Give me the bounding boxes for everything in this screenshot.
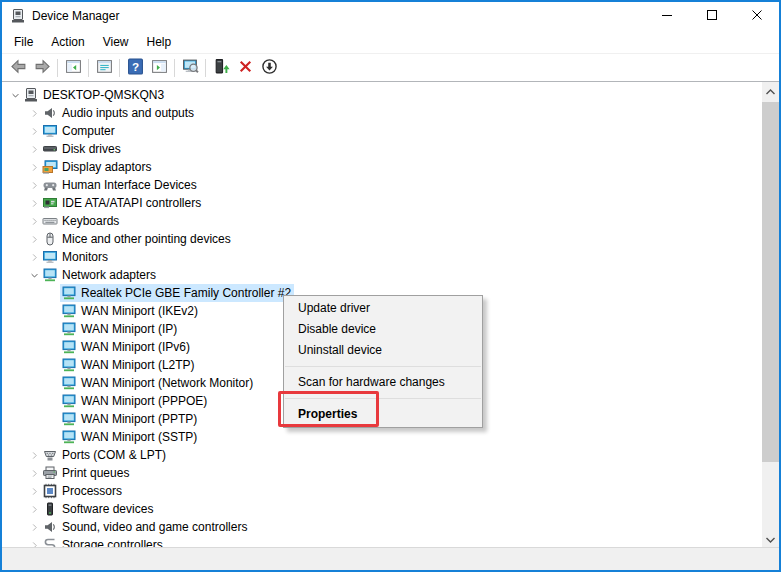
chevron-right-icon[interactable]: [27, 538, 41, 547]
chevron-right-icon[interactable]: [27, 106, 41, 120]
scrollbar-thumb[interactable]: [762, 102, 779, 462]
tree-item[interactable]: WAN Miniport (IP): [60, 320, 180, 338]
tree-item[interactable]: WAN Miniport (IPv6): [60, 338, 193, 356]
tree-row[interactable]: Sound, video and game controllers: [2, 518, 762, 536]
context-menu-item-scan-for-hardware-changes[interactable]: Scan for hardware changes: [284, 372, 482, 393]
serial-port-icon: [42, 447, 58, 463]
tree-item[interactable]: Software devices: [41, 500, 156, 518]
menu-file[interactable]: File: [5, 32, 42, 52]
tree-item[interactable]: Print queues: [41, 464, 132, 482]
scan-hardware-button[interactable]: [178, 56, 202, 80]
tree-item[interactable]: WAN Miniport (PPTP): [60, 410, 200, 428]
tree-item[interactable]: Human Interface Devices: [41, 176, 200, 194]
tree-item[interactable]: Audio inputs and outputs: [41, 104, 197, 122]
tree-item[interactable]: Disk drives: [41, 140, 124, 158]
forward-button[interactable]: [30, 56, 54, 80]
tree-row[interactable]: Storage controllers: [2, 536, 762, 547]
chevron-down-icon[interactable]: [27, 268, 41, 282]
scroll-up-button[interactable]: [762, 82, 779, 99]
chevron-right-icon[interactable]: [27, 160, 41, 174]
toolbar-separator: [119, 59, 120, 77]
menu-help[interactable]: Help: [138, 32, 181, 52]
tree-item[interactable]: WAN Miniport (Network Monitor): [60, 374, 256, 392]
tree-item[interactable]: Keyboards: [41, 212, 122, 230]
tree-row[interactable]: Monitors: [2, 248, 762, 266]
uninstall-device-button[interactable]: [233, 56, 257, 80]
back-button[interactable]: [6, 56, 30, 80]
tree-item-label: IDE ATA/ATAPI controllers: [62, 196, 201, 210]
tree-row[interactable]: WAN Miniport (SSTP): [2, 428, 762, 446]
chevron-right-icon[interactable]: [27, 196, 41, 210]
tree-row[interactable]: Ports (COM & LPT): [2, 446, 762, 464]
tree-item[interactable]: DESKTOP-QMSKQN3: [22, 86, 167, 104]
tree-item[interactable]: WAN Miniport (SSTP): [60, 428, 200, 446]
tree-row[interactable]: Disk drives: [2, 140, 762, 158]
close-icon: [752, 9, 762, 23]
tree-item[interactable]: Computer: [41, 122, 118, 140]
window-controls: [644, 2, 779, 30]
toolbar-separator: [57, 59, 58, 77]
properties-window-button[interactable]: [92, 56, 116, 80]
help-icon: ?: [127, 58, 144, 78]
keyboard-icon: [42, 213, 58, 229]
mouse-icon: [42, 231, 58, 247]
context-menu-item-properties[interactable]: Properties: [284, 404, 482, 425]
tree-item[interactable]: Processors: [41, 482, 125, 500]
vertical-scrollbar[interactable]: [762, 82, 779, 547]
tree-item[interactable]: WAN Miniport (PPPOE): [60, 392, 210, 410]
menu-view[interactable]: View: [94, 32, 138, 52]
tree-item[interactable]: Ports (COM & LPT): [41, 446, 169, 464]
network-adapter-icon: [61, 321, 77, 337]
tree-row[interactable]: Computer: [2, 122, 762, 140]
chevron-right-icon[interactable]: [27, 520, 41, 534]
context-menu-item-disable-device[interactable]: Disable device: [284, 319, 482, 340]
chevron-right-icon[interactable]: [27, 448, 41, 462]
tree-row[interactable]: Human Interface Devices: [2, 176, 762, 194]
chevron-down-icon[interactable]: [8, 88, 22, 102]
tree-row[interactable]: Mice and other pointing devices: [2, 230, 762, 248]
tree-row[interactable]: Software devices: [2, 500, 762, 518]
chevron-right-icon[interactable]: [27, 484, 41, 498]
tree-item[interactable]: IDE ATA/ATAPI controllers: [41, 194, 204, 212]
menu-action[interactable]: Action: [42, 32, 93, 52]
tree-row[interactable]: Network adapters: [2, 266, 762, 284]
chevron-right-icon[interactable]: [27, 214, 41, 228]
chevron-right-icon[interactable]: [27, 124, 41, 138]
chevron-up-icon: [766, 84, 775, 98]
help-button[interactable]: ?: [123, 56, 147, 80]
tree-item[interactable]: Monitors: [41, 248, 111, 266]
chevron-right-icon[interactable]: [27, 232, 41, 246]
tree-item[interactable]: Display adaptors: [41, 158, 154, 176]
tree-row[interactable]: IDE ATA/ATAPI controllers: [2, 194, 762, 212]
tree-item[interactable]: Network adapters: [41, 266, 159, 284]
tree-item[interactable]: Storage controllers: [41, 536, 166, 547]
tree-item[interactable]: WAN Miniport (IKEv2): [60, 302, 201, 320]
tree-item[interactable]: WAN Miniport (L2TP): [60, 356, 198, 374]
tree-row[interactable]: Processors: [2, 482, 762, 500]
tree-item[interactable]: Mice and other pointing devices: [41, 230, 234, 248]
tree-row[interactable]: Display adaptors: [2, 158, 762, 176]
scroll-down-button[interactable]: [762, 530, 779, 547]
selected-tree-item[interactable]: Realtek PCIe GBE Family Controller #2: [60, 284, 294, 302]
close-button[interactable]: [734, 2, 779, 30]
chevron-right-icon[interactable]: [27, 466, 41, 480]
tree-row[interactable]: Print queues: [2, 464, 762, 482]
show-console-tree-button[interactable]: [61, 56, 85, 80]
update-driver-button[interactable]: [209, 56, 233, 80]
disable-device-button[interactable]: [257, 56, 281, 80]
chevron-right-icon[interactable]: [27, 142, 41, 156]
tree-item[interactable]: Sound, video and game controllers: [41, 518, 250, 536]
context-menu-item-update-driver[interactable]: Update driver: [284, 298, 482, 319]
chevron-right-icon[interactable]: [27, 502, 41, 516]
toolbar-separator: [88, 59, 89, 77]
minimize-button[interactable]: [644, 2, 689, 30]
chevron-right-icon[interactable]: [27, 250, 41, 264]
tree-row[interactable]: Audio inputs and outputs: [2, 104, 762, 122]
maximize-button[interactable]: [689, 2, 734, 30]
chevron-right-icon[interactable]: [27, 178, 41, 192]
show-action-pane-button[interactable]: [147, 56, 171, 80]
expander-spacer: [46, 412, 60, 426]
context-menu-item-uninstall-device[interactable]: Uninstall device: [284, 340, 482, 361]
tree-row[interactable]: DESKTOP-QMSKQN3: [2, 86, 762, 104]
tree-row[interactable]: Keyboards: [2, 212, 762, 230]
